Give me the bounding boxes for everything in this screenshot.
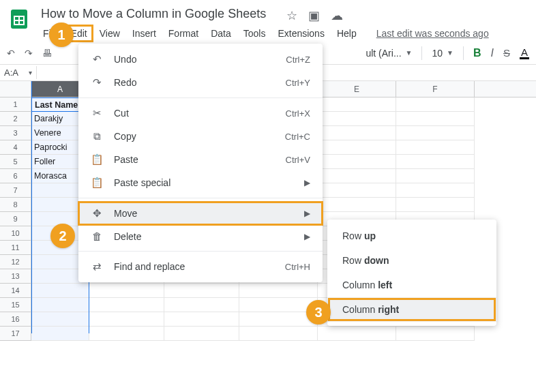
text-color-button[interactable]: A [520, 47, 529, 59]
cell[interactable] [396, 155, 475, 169]
row-header[interactable]: 10 [0, 226, 31, 241]
undo-button[interactable]: ↶ [7, 48, 15, 59]
cell[interactable] [89, 284, 164, 298]
row-header[interactable]: 12 [0, 255, 31, 269]
cell[interactable] [396, 112, 475, 126]
cell[interactable] [318, 198, 396, 212]
row-header[interactable]: 4 [0, 140, 31, 155]
cell[interactable] [164, 312, 239, 327]
callout-badge-2: 2 [50, 224, 75, 248]
cell[interactable] [164, 284, 239, 298]
cell[interactable] [318, 155, 396, 169]
row-header[interactable]: 11 [0, 241, 31, 255]
row-header[interactable]: 8 [0, 198, 31, 212]
move-icon: ✥ [91, 207, 103, 220]
font-size-select[interactable]: 10 ▼ [432, 48, 453, 59]
bold-button[interactable]: B [473, 47, 481, 59]
menu-move[interactable]: ✥ Move ▶ [78, 202, 323, 225]
cell[interactable] [31, 327, 89, 341]
delete-icon: 🗑 [91, 230, 103, 242]
menu-redo[interactable]: ↷ Redo Ctrl+Y [78, 71, 323, 94]
cell[interactable] [31, 298, 89, 312]
cell[interactable] [318, 327, 396, 341]
cell[interactable] [89, 312, 164, 327]
redo-button[interactable]: ↷ [25, 48, 33, 59]
cell[interactable] [396, 169, 475, 183]
cell[interactable] [89, 298, 164, 312]
row-header[interactable]: 6 [0, 169, 31, 183]
row-header[interactable]: 7 [0, 183, 31, 198]
cell[interactable] [318, 169, 396, 183]
cell[interactable] [318, 97, 396, 112]
cell[interactable] [239, 284, 318, 298]
menu-data[interactable]: Data [205, 25, 237, 42]
italic-button[interactable]: I [491, 47, 494, 59]
row-header[interactable]: 2 [0, 112, 31, 126]
cell[interactable] [318, 112, 396, 126]
select-all-corner[interactable] [0, 81, 31, 97]
move-to-folder-icon[interactable]: ▣ [308, 8, 320, 23]
strikethrough-button[interactable]: S [503, 47, 510, 59]
cell[interactable] [396, 97, 475, 112]
cloud-status-icon[interactable]: ☁ [331, 8, 343, 23]
cell[interactable] [31, 312, 89, 327]
cell[interactable] [164, 298, 239, 312]
menu-insert[interactable]: Insert [126, 25, 162, 42]
cell[interactable] [31, 284, 89, 298]
row-header[interactable]: 3 [0, 126, 31, 140]
paste-special-icon: 📋 [91, 177, 103, 189]
menu-delete[interactable]: 🗑 Delete ▶ [78, 225, 323, 247]
row-header[interactable]: 9 [0, 212, 31, 226]
cell[interactable] [89, 327, 164, 341]
menu-paste[interactable]: 📋 Paste Ctrl+V [78, 148, 323, 171]
row-header[interactable]: 14 [0, 284, 31, 298]
submenu-row-up[interactable]: Row up [327, 224, 496, 248]
cell[interactable] [239, 327, 318, 341]
submenu-column-right[interactable]: Column right [327, 297, 496, 322]
menu-view[interactable]: View [93, 25, 126, 42]
cut-icon: ✂ [91, 107, 103, 119]
menu-format[interactable]: Format [162, 25, 205, 42]
row-header[interactable]: 17 [0, 327, 31, 341]
menu-tools[interactable]: Tools [237, 25, 272, 42]
menu-cut[interactable]: ✂ Cut Ctrl+X [78, 102, 323, 125]
row-header[interactable]: 13 [0, 269, 31, 284]
name-box[interactable]: A:A ▾ [0, 66, 37, 79]
document-title[interactable]: How to Move a Column in Google Sheets [37, 5, 270, 22]
divider [463, 46, 464, 60]
row-header[interactable]: 5 [0, 155, 31, 169]
sheets-logo-icon[interactable] [5, 5, 33, 33]
cell[interactable] [396, 126, 475, 140]
star-icon[interactable]: ☆ [286, 8, 297, 23]
menu-paste-special[interactable]: 📋 Paste special ▶ [78, 171, 323, 194]
submenu-row-down[interactable]: Row down [327, 248, 496, 273]
cell[interactable] [396, 140, 475, 155]
find-replace-icon: ⇄ [91, 260, 103, 273]
row-header[interactable]: 1 [0, 97, 31, 112]
cell[interactable] [396, 183, 475, 198]
cell[interactable] [396, 327, 475, 341]
column-header-e[interactable]: E [318, 81, 396, 97]
menu-extensions[interactable]: Extensions [271, 25, 330, 42]
cell[interactable] [396, 198, 475, 212]
column-header-f[interactable]: F [396, 81, 475, 97]
menu-help[interactable]: Help [331, 25, 363, 42]
name-box-value: A:A [4, 67, 18, 78]
row-header[interactable]: 15 [0, 298, 31, 312]
chevron-down-icon: ▼ [447, 49, 453, 57]
last-edit-link[interactable]: Last edit was seconds ago [376, 28, 489, 39]
menu-undo[interactable]: ↶ Undo Ctrl+Z [78, 48, 323, 71]
cell[interactable] [318, 140, 396, 155]
chevron-down-icon: ▼ [406, 49, 413, 57]
submenu-column-left[interactable]: Column left [327, 273, 496, 297]
callout-badge-3: 3 [306, 300, 331, 325]
menu-find-replace[interactable]: ⇄ Find and replace Ctrl+H [78, 255, 323, 278]
separator [78, 97, 323, 98]
row-header[interactable]: 16 [0, 312, 31, 327]
cell[interactable] [318, 183, 396, 198]
font-family-select[interactable]: ult (Ari... ▼ [366, 48, 412, 59]
print-button[interactable]: 🖶 [42, 48, 52, 59]
cell[interactable] [164, 327, 239, 341]
cell[interactable] [318, 126, 396, 140]
menu-copy[interactable]: ⧉ Copy Ctrl+C [78, 125, 323, 148]
